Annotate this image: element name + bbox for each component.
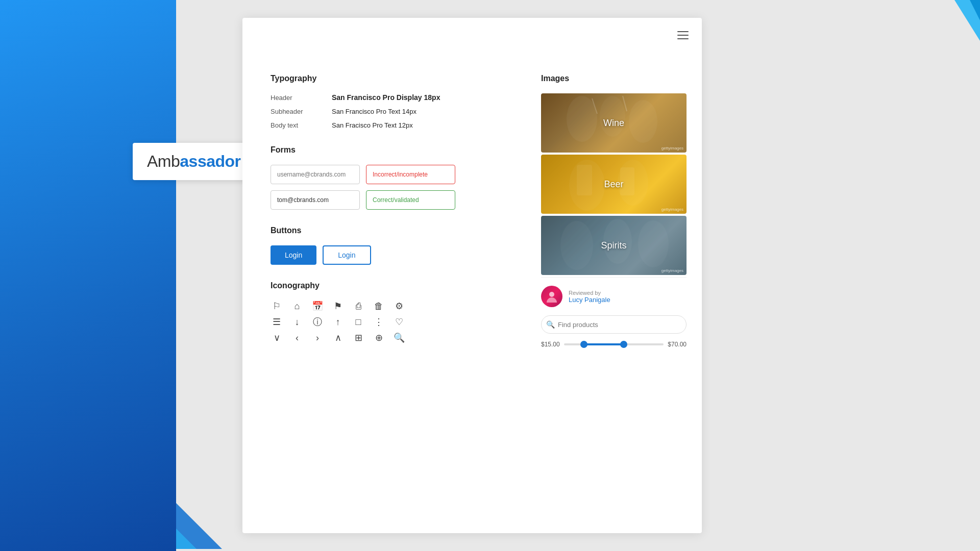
forms-section: Forms [271,145,485,210]
svg-point-16 [549,292,554,297]
svg-point-4 [567,96,597,142]
download-icon[interactable]: ↓ [291,317,303,328]
typography-table: Header San Francisco Pro Display 18px Su… [271,93,485,129]
menu-icon[interactable]: ☰ [271,316,283,328]
email-input-error[interactable] [366,165,455,184]
chevron-left-icon[interactable]: ‹ [291,333,303,343]
buttons-section-title: Buttons [271,226,485,235]
hamburger-line-3 [677,38,689,39]
chevron-up-icon[interactable]: ∧ [332,332,344,343]
typography-row-subheader: Subheader San Francisco Pro Text 14px [271,108,485,115]
typography-value-body: San Fracisco Pro Text 12px [332,121,413,129]
person-icon[interactable]: ⚐ [271,300,283,312]
reviewer-info: Reviewed by Lucy Panigale [569,290,610,304]
price-max-label: $70.00 [668,341,687,348]
buttons-section: Buttons Login Login [271,226,485,265]
reviewer-avatar [541,286,562,307]
logo-text: Ambassador [147,152,241,170]
typography-label-header: Header [271,94,332,102]
add-circle-icon[interactable]: ⊕ [373,332,385,343]
typography-value-subheader: San Francisco Pro Text 14px [332,108,416,115]
svg-point-13 [560,221,593,270]
typography-section-title: Typography [271,74,485,83]
iconography-section: Iconography ⚐ ⌂ 📅 ⚑ ⎙ 🗑 ⚙ ☰ ↓ ⓘ ↑ □ [271,281,485,343]
decorative-triangle-top-right [919,0,980,61]
spirits-label: Spirits [601,240,626,251]
price-slider-track[interactable] [564,343,664,345]
price-slider-fill [584,343,624,345]
icons-row-1: ⚐ ⌂ 📅 ⚑ ⎙ 🗑 ⚙ [271,300,485,312]
trash-icon[interactable]: 🗑 [373,301,385,312]
square-icon[interactable]: □ [352,317,364,328]
svg-point-5 [600,96,625,137]
hamburger-line-1 [677,31,689,32]
form-row-error [271,165,485,184]
beer-label: Beer [604,179,623,190]
form-row-success [271,190,485,210]
main-card: Typography Header San Francisco Pro Disp… [242,18,702,533]
chevron-right-icon[interactable]: › [311,333,324,343]
decorative-triangle-bottom [176,483,222,551]
settings-icon[interactable]: ⚙ [393,300,405,312]
price-slider-thumb-right[interactable] [620,341,627,348]
calendar-icon[interactable]: 📅 [311,300,324,312]
wine-image-card: Wine gettyimages [541,93,687,153]
icons-row-2: ☰ ↓ ⓘ ↑ □ ⋮ ♡ [271,316,485,328]
typography-row-header: Header San Francisco Pro Display 18px [271,93,485,102]
spirits-image-card: Spirits gettyimages [541,216,687,275]
reviewer-name-link[interactable]: Lucy Panigale [569,296,610,304]
iconography-section-title: Iconography [271,281,485,290]
svg-point-6 [629,100,657,143]
reviewed-by-label: Reviewed by [569,290,610,296]
ambassador-logo: Ambassador [133,143,255,180]
chevron-down-icon[interactable]: ∨ [271,332,283,343]
hamburger-menu-button[interactable] [675,29,691,41]
email-input-success[interactable] [366,190,455,210]
typography-label-body: Body text [271,121,332,129]
typography-row-body: Body text San Fracisco Pro Text 12px [271,121,485,129]
svg-rect-11 [577,165,592,195]
logo-text-regular: Amb [147,152,180,170]
price-slider-thumb-left[interactable] [580,341,587,348]
price-range: $15.00 $70.00 [541,341,687,348]
add-box-icon[interactable]: ⊞ [352,332,364,343]
typography-label-subheader: Subheader [271,108,332,115]
price-min-label: $15.00 [541,341,560,348]
more-vert-icon[interactable]: ⋮ [373,316,385,328]
beer-image-card: Beer gettyimages [541,155,687,214]
email-input-normal[interactable] [271,165,360,184]
heart-icon[interactable]: ♡ [393,316,405,328]
images-section-title: Images [541,74,687,83]
search-wrapper: 🔍 [541,315,687,334]
left-panel [0,0,176,551]
info-icon[interactable]: ⓘ [311,316,324,328]
hamburger-line-2 [677,35,689,36]
wine-label: Wine [603,118,624,129]
email-input-filled[interactable] [271,190,360,210]
typography-value-header: San Francisco Pro Display 18px [332,93,440,102]
beer-getty: gettyimages [662,207,683,212]
home-icon[interactable]: ⌂ [291,301,303,312]
upload-icon[interactable]: ↑ [332,317,344,328]
wine-getty: gettyimages [662,146,683,151]
logo-text-blue: assador [180,152,240,170]
reviewer-section: Reviewed by Lucy Panigale [541,277,687,315]
spirits-getty: gettyimages [662,268,683,273]
icons-grid: ⚐ ⌂ 📅 ⚑ ⎙ 🗑 ⚙ ☰ ↓ ⓘ ↑ □ ⋮ ♡ [271,300,485,343]
clipboard-icon[interactable]: ⎙ [352,301,364,312]
find-products-input[interactable] [541,315,687,334]
login-filled-button[interactable]: Login [271,245,316,265]
location-icon[interactable]: ⚑ [332,300,344,312]
forms-section-title: Forms [271,145,485,155]
svg-point-15 [638,220,669,267]
search-icon-inner: 🔍 [546,320,555,329]
card-left-section: Typography Header San Francisco Pro Disp… [271,74,485,343]
icons-row-3: ∨ ‹ › ∧ ⊞ ⊕ 🔍 [271,332,485,343]
search-icon[interactable]: 🔍 [393,332,405,343]
buttons-row: Login Login [271,245,485,265]
card-right-section: Images Wine gettyimages [541,74,687,348]
login-outline-button[interactable]: Login [323,245,371,265]
